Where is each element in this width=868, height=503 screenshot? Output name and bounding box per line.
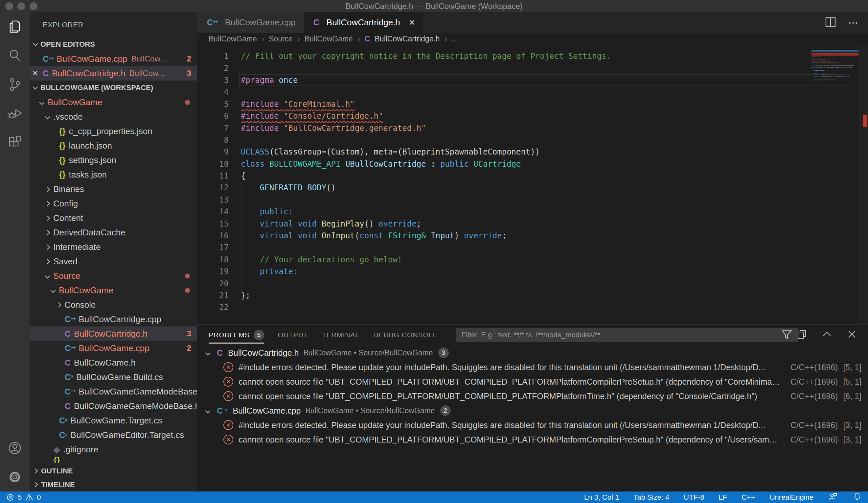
code-line[interactable]: 17 xyxy=(197,242,868,253)
code-line[interactable]: 11{ xyxy=(197,170,868,182)
tree-item[interactable]: {}launch.json xyxy=(30,138,197,153)
code-line[interactable]: 16 virtual void OnInput(const FString& I… xyxy=(197,230,868,242)
tree-item[interactable]: C#BullCowGame.Target.cs xyxy=(30,413,197,428)
editor-scrollbar[interactable] xyxy=(858,45,868,324)
minimap[interactable]: // Fill out your copyright notice in the… xyxy=(812,47,858,83)
tree-item[interactable]: CBullCowGameGameModeBase.h xyxy=(30,399,197,413)
source-control-icon[interactable] xyxy=(0,70,30,99)
breadcrumb-item[interactable]: BullCowCartridge.h xyxy=(375,34,440,43)
problem-row[interactable]: ✕cannot open source file "UBT_COMPILED_P… xyxy=(197,389,868,403)
code-line[interactable]: 8 xyxy=(197,134,868,146)
filter-icon[interactable] xyxy=(781,328,793,342)
code-line[interactable]: 9UCLASS(ClassGroup=(Custom), meta=(Bluep… xyxy=(197,146,868,158)
open-panel-in-editor-icon[interactable] xyxy=(796,328,808,342)
tree-item[interactable]: C#BullCowGame.Build.cs xyxy=(30,370,197,384)
tree-item[interactable]: DerivedDataCache xyxy=(30,225,197,240)
status-config-provider[interactable]: UnrealEngine xyxy=(770,493,814,502)
more-actions-icon[interactable]: ⋯ xyxy=(848,17,859,28)
split-editor-icon[interactable] xyxy=(824,16,837,30)
tree-item[interactable]: BullCowGame xyxy=(30,283,197,298)
problem-row[interactable]: ✕#include errors detected. Please update… xyxy=(197,360,868,374)
tree-item[interactable]: CBullCowGame.h xyxy=(30,355,197,370)
code-line[interactable]: 20 xyxy=(197,278,868,289)
status-eol[interactable]: LF xyxy=(719,493,727,502)
problem-group-row[interactable]: CBullCowCartridge.hBullCowGame • Source/… xyxy=(197,345,868,360)
panel-tab-terminal[interactable]: TERMINAL xyxy=(322,324,359,345)
tree-item[interactable]: BullCowGame xyxy=(30,95,197,110)
code-line[interactable]: 19 private: xyxy=(197,266,868,278)
tree-item[interactable]: C++BullCowGame.cpp2 xyxy=(30,341,197,355)
panel-tab-debug-console[interactable]: DEBUG CONSOLE xyxy=(373,324,437,345)
status-tab-size[interactable]: Tab Size: 4 xyxy=(633,493,669,502)
code-line[interactable]: 7#include "BullCowCartridge.generated.h" xyxy=(197,122,868,134)
problem-row[interactable]: ✕cannot open source file "UBT_COMPILED_P… xyxy=(197,432,868,447)
problems-filter-input[interactable] xyxy=(456,328,798,342)
tree-item[interactable]: ◆.gitignore xyxy=(30,442,197,457)
status-language-mode[interactable]: C++ xyxy=(742,493,755,502)
code-line[interactable]: 21}; xyxy=(197,290,868,301)
open-editors-header[interactable]: OPEN EDITORS xyxy=(30,37,197,52)
code-line[interactable]: 2 xyxy=(197,62,868,74)
close-window-button[interactable] xyxy=(5,2,13,10)
status-encoding[interactable]: UTF-8 xyxy=(684,493,704,502)
code-line[interactable]: 22 xyxy=(197,301,868,313)
tree-item[interactable]: .vscode xyxy=(30,110,197,124)
tab-BullCowCartridge.h[interactable]: CBullCowCartridge.h✕ xyxy=(303,12,423,33)
code-line[interactable]: 1// Fill out your copyright notice in th… xyxy=(197,50,868,62)
code-line[interactable]: 4 xyxy=(197,86,868,98)
tree-item[interactable]: Console xyxy=(30,298,197,312)
problem-group-row[interactable]: C++BullCowGame.cppBullCowGame • Source/B… xyxy=(197,403,868,418)
tree-item[interactable]: CBullCowCartridge.h3 xyxy=(30,326,197,341)
code-line[interactable]: 14 public: xyxy=(197,206,868,218)
timeline-header[interactable]: TIMELINE xyxy=(30,478,197,492)
code-editor[interactable]: 1// Fill out your copyright notice in th… xyxy=(197,45,868,324)
problem-row[interactable]: ✕cannot open source file "UBT_COMPILED_P… xyxy=(197,374,868,389)
code-line[interactable]: 12 GENERATED_BODY() xyxy=(197,182,868,194)
tree-item[interactable]: Content xyxy=(30,211,197,225)
tree-item[interactable]: {}tasks.json xyxy=(30,167,197,182)
close-panel-icon[interactable] xyxy=(846,328,858,342)
problem-row[interactable]: ✕#include errors detected. Please update… xyxy=(197,418,868,432)
breadcrumb-item[interactable]: BullCowGame xyxy=(304,34,353,43)
tree-item[interactable]: {}c_cpp_properties.json xyxy=(30,124,197,138)
settings-gear-icon[interactable] xyxy=(0,463,30,492)
breadcrumb-item[interactable]: Source xyxy=(269,34,293,43)
notifications-bell-icon[interactable] xyxy=(852,492,862,503)
tree-item[interactable]: C++BullCowCartridge.cpp xyxy=(30,312,197,326)
tab-BullCowGame.cpp[interactable]: C++BullCowGame.cpp xyxy=(197,12,303,33)
close-icon[interactable]: ✕ xyxy=(409,18,415,27)
open-editor-item[interactable]: C++BullCowGame.cppBullCow...2 xyxy=(30,52,197,66)
tree-item[interactable]: Source xyxy=(30,269,197,283)
code-line[interactable]: 18 // Your declarations go below! xyxy=(197,254,868,266)
panel-tab-problems[interactable]: PROBLEMS5 xyxy=(209,324,264,345)
tree-item[interactable]: Saved xyxy=(30,254,197,269)
explorer-icon[interactable] xyxy=(0,12,30,41)
tree-item[interactable]: {} xyxy=(30,457,197,463)
code-line[interactable]: 10class BULLCOWGAME_API UBullCowCartridg… xyxy=(197,158,868,170)
feedback-icon[interactable] xyxy=(828,492,838,503)
tree-item[interactable]: {}settings.json xyxy=(30,153,197,167)
code-line[interactable]: 13 xyxy=(197,194,868,206)
outline-header[interactable]: OUTLINE xyxy=(30,464,197,478)
maximize-panel-icon[interactable] xyxy=(821,328,833,342)
maximize-window-button[interactable] xyxy=(30,2,38,10)
breadcrumb-item[interactable]: ... xyxy=(452,34,458,43)
tree-item[interactable]: Config xyxy=(30,196,197,211)
account-icon[interactable] xyxy=(0,434,30,463)
status-cursor-position[interactable]: Ln 3, Col 1 xyxy=(584,493,619,502)
run-debug-icon[interactable] xyxy=(0,99,30,128)
code-line[interactable]: 5#include "CoreMinimal.h" xyxy=(197,98,868,110)
close-icon[interactable]: ✕ xyxy=(30,69,41,78)
problems-summary[interactable]: 5 0 xyxy=(6,493,41,502)
search-icon[interactable] xyxy=(0,41,30,70)
code-line[interactable]: 3#pragma once xyxy=(197,74,868,86)
open-editor-item[interactable]: ✕CBullCowCartridge.hBullCow...3 xyxy=(30,66,197,81)
panel-tab-output[interactable]: OUTPUT xyxy=(278,324,308,345)
tree-item[interactable]: Binaries xyxy=(30,182,197,196)
code-line[interactable]: 15 virtual void BeginPlay() override; xyxy=(197,218,868,230)
code-line[interactable]: 6#include "Console/Cartridge.h" xyxy=(197,110,868,122)
breadcrumb-item[interactable]: BullCowGame xyxy=(209,34,257,43)
tree-item[interactable]: C++BullCowGameGameModeBase.c... xyxy=(30,384,197,399)
tree-item[interactable]: Intermediate xyxy=(30,240,197,254)
workspace-header[interactable]: BULLCOWGAME (WORKSPACE) xyxy=(30,81,197,95)
